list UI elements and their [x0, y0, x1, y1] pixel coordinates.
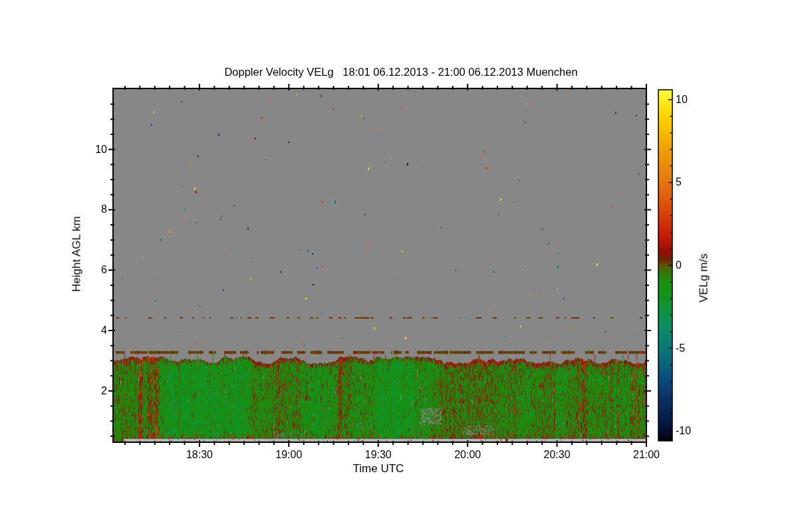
- x-tick-label: 19:30: [365, 450, 392, 460]
- x-tick-label: 20:00: [454, 450, 481, 460]
- colorbar-tick-label: -10: [676, 426, 691, 436]
- colorbar-tick-label: 10: [676, 94, 688, 105]
- y-tick-label: 2: [101, 386, 107, 396]
- y-tick-label: 6: [101, 265, 107, 275]
- y-axis-label: Height AGL km: [71, 216, 82, 292]
- colorbar-label: VELg m/s: [698, 253, 710, 303]
- y-tick-label: 10: [95, 144, 107, 155]
- y-tick-label: 8: [101, 204, 107, 215]
- colorbar-tick-label: -5: [676, 343, 685, 354]
- colorbar-tick-label: 5: [676, 177, 682, 188]
- colorbar-tick-label: 0: [676, 260, 682, 271]
- y-tick-label: 4: [101, 325, 107, 336]
- doppler-velocity-figure: Doppler Velocity VELg 18:01 06.12.2013 -…: [0, 0, 798, 532]
- chart-title: Doppler Velocity VELg 18:01 06.12.2013 -…: [224, 66, 577, 78]
- x-axis-label: Time UTC: [353, 463, 404, 474]
- x-tick-label: 19:00: [275, 450, 302, 460]
- x-tick-label: 18:30: [186, 450, 213, 460]
- x-tick-label: 20:30: [544, 450, 571, 460]
- x-tick-label: 21:00: [633, 450, 660, 460]
